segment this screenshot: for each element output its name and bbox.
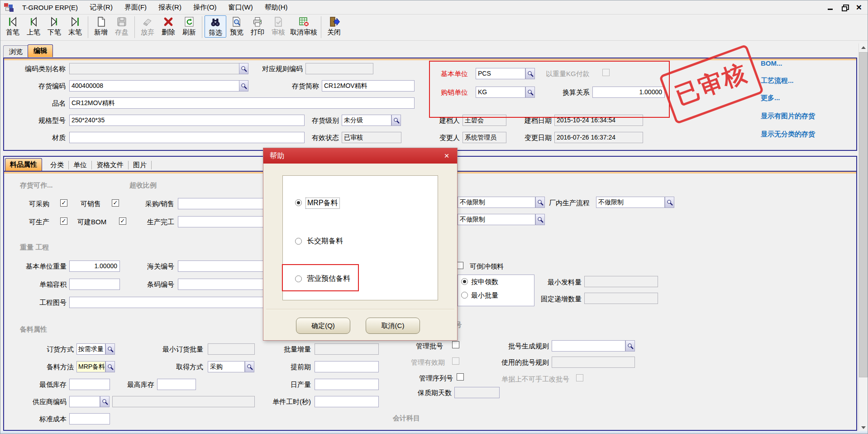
customs-code-field[interactable]	[178, 260, 268, 272]
toolbar-refresh[interactable]: 刷新	[179, 15, 200, 37]
trade-unit-lookup-button[interactable]	[525, 87, 535, 98]
manage-serial-checkbox[interactable]	[457, 373, 464, 381]
menu-window[interactable]: 窗口(W)	[224, 2, 260, 13]
inv-level-field[interactable]: 未分级	[342, 115, 391, 126]
toolbar-save[interactable]: 存盘	[111, 15, 132, 37]
dialog-cancel-button[interactable]: 取消(C)	[366, 318, 420, 334]
option-mrp-label[interactable]: MRP备料	[305, 198, 340, 209]
dialog-ok-button[interactable]: 确定(Q)	[296, 318, 350, 334]
toolbar-first-record[interactable]: 首笔	[2, 15, 23, 37]
code-type-lookup-button[interactable]	[239, 63, 248, 74]
spec-field[interactable]: 250*240*35	[69, 115, 305, 126]
link-show-with-images[interactable]: 显示有图片的存货	[761, 112, 815, 121]
restriction1-lookup-button[interactable]	[535, 197, 545, 208]
batch-rule-field[interactable]	[552, 340, 625, 352]
toolbar-audit[interactable]: 审核	[268, 15, 289, 37]
product-name-field[interactable]: CR12MOV精料	[69, 97, 415, 109]
purchasable-checkbox[interactable]	[60, 199, 67, 207]
batch-rule-lookup-button[interactable]	[625, 340, 635, 352]
item-code-field[interactable]: 400400008	[69, 80, 248, 92]
barcode-field[interactable]	[178, 279, 268, 290]
toolbar-new[interactable]: 新增	[91, 15, 111, 37]
prep-method-lookup-button[interactable]	[105, 361, 115, 372]
base-unit-lookup-button[interactable]	[525, 68, 535, 79]
daily-output-field[interactable]	[315, 379, 379, 390]
toolbar-cancel-audit[interactable]: 取消审核	[289, 15, 319, 37]
option-sales-forecast-radio[interactable]	[295, 275, 302, 282]
std-cost-field[interactable]	[69, 413, 110, 424]
toolbar-last-record[interactable]: 末笔	[65, 15, 86, 37]
factory-flow-field[interactable]: 不做限制	[596, 197, 665, 208]
base-weight-field[interactable]: 1.00000	[69, 260, 120, 272]
toolbar-delete[interactable]: 删除	[158, 15, 179, 37]
restriction1-field[interactable]: 不做限制	[458, 197, 535, 208]
tab-edit[interactable]: 编辑	[28, 44, 53, 57]
manage-batch-checkbox[interactable]	[452, 341, 459, 348]
trade-unit-field[interactable]: KG	[476, 87, 525, 98]
material-field[interactable]	[69, 132, 305, 143]
menu-app[interactable]: T-GROUP ERP(E)	[18, 2, 85, 13]
tab-browse[interactable]: 浏览	[3, 45, 29, 58]
sellable-checkbox[interactable]	[112, 199, 119, 207]
menu-report[interactable]: 报表(R)	[154, 2, 189, 13]
factory-flow-lookup-button[interactable]	[665, 197, 674, 208]
link-show-unclassified[interactable]: 显示无分类的存货	[761, 130, 815, 139]
subtab-image[interactable]: 图片	[129, 161, 152, 169]
link-bom[interactable]: BOM...	[761, 59, 782, 67]
option-mrp-radio[interactable]	[295, 199, 302, 206]
code-type-field[interactable]	[69, 63, 248, 74]
option-sales-forecast-label[interactable]: 营业预估备料	[307, 274, 350, 284]
menu-help[interactable]: 帮助(H)	[260, 2, 295, 13]
close-button[interactable]: ×	[852, 2, 866, 12]
toolbar-prev-record[interactable]: 上笔	[23, 15, 44, 37]
min-stock-field[interactable]	[69, 379, 110, 390]
min-batch-radio[interactable]	[461, 292, 468, 299]
max-stock-field[interactable]	[157, 379, 196, 390]
menu-operation[interactable]: 操作(O)	[189, 2, 224, 13]
link-more[interactable]: 更多...	[761, 94, 780, 102]
dialog-title-bar[interactable]: 帮助	[263, 148, 457, 164]
toolbar-filter[interactable]: 筛选	[205, 15, 226, 38]
link-process-flow[interactable]: 工艺流程...	[761, 77, 794, 85]
unit-time-field[interactable]	[315, 396, 379, 407]
order-mode-field[interactable]: 按需求量	[76, 343, 105, 355]
scroll-up-button[interactable]	[859, 43, 868, 52]
purchase-sale-field[interactable]	[178, 198, 268, 209]
toolbar-next-record[interactable]: 下笔	[44, 15, 65, 37]
subtab-item-attributes[interactable]: 料品属性	[5, 158, 42, 171]
supplier-code-lookup-button[interactable]	[100, 396, 110, 407]
by-request-radio[interactable]	[461, 278, 468, 285]
prep-method-field[interactable]: MRP备料	[76, 361, 105, 372]
toolbar-abandon[interactable]: 放弃	[137, 15, 158, 37]
subtab-classification[interactable]: 分类	[46, 161, 69, 169]
acquire-mode-lookup-button[interactable]	[245, 361, 254, 372]
item-abbr-field[interactable]: CR12MOV精料	[322, 80, 415, 92]
item-code-lookup-button[interactable]	[239, 80, 248, 92]
production-done-field[interactable]	[178, 216, 268, 227]
option-long-lead-label[interactable]: 长交期备料	[307, 236, 343, 246]
option-long-lead-radio[interactable]	[295, 238, 302, 245]
toolbar-preview[interactable]: 预览	[226, 15, 247, 37]
inv-level-lookup-button[interactable]	[391, 115, 401, 126]
box-volume-field[interactable]	[69, 279, 120, 290]
supplier-code-field[interactable]	[69, 396, 100, 407]
restore-button[interactable]	[838, 2, 851, 12]
menu-interface[interactable]: 界面(F)	[120, 2, 154, 13]
minimize-button[interactable]	[823, 2, 837, 12]
menu-record[interactable]: 记录(R)	[85, 2, 120, 13]
lead-time-field[interactable]	[315, 361, 379, 372]
restriction2-lookup-button[interactable]	[535, 214, 545, 225]
toolbar-print[interactable]: 打印	[247, 15, 268, 37]
scrollbar-thumb[interactable]	[859, 52, 868, 377]
acquire-mode-field[interactable]: 采购	[208, 361, 245, 372]
restriction2-field[interactable]: 不做限制	[458, 214, 535, 225]
base-unit-field[interactable]: PCS	[476, 68, 525, 79]
drawing-no-field[interactable]	[69, 297, 267, 308]
conversion-field[interactable]: 1.00000	[592, 87, 665, 98]
subtab-unit[interactable]: 单位	[69, 161, 92, 169]
order-mode-lookup-button[interactable]	[105, 343, 115, 355]
toolbar-close[interactable]: 关闭	[324, 15, 344, 37]
dialog-close-button[interactable]: ×	[441, 150, 453, 162]
bom-allowed-checkbox[interactable]	[119, 217, 126, 225]
producible-checkbox[interactable]	[60, 217, 67, 225]
